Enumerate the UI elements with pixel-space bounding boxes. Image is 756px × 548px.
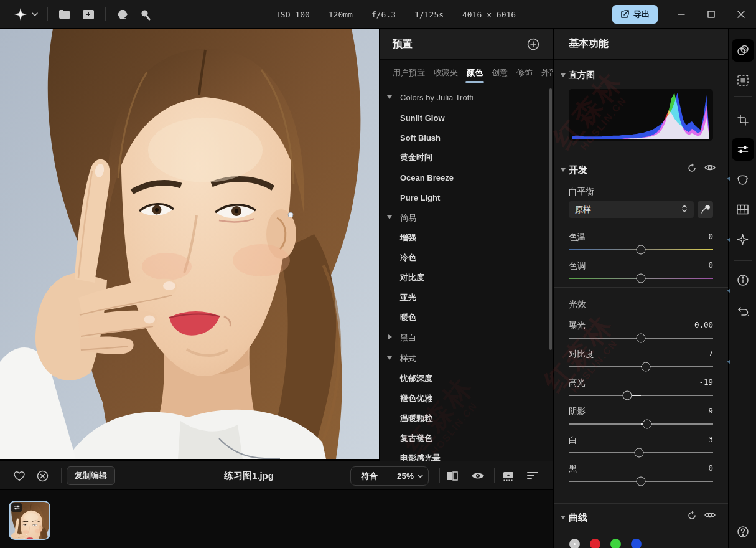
slider-handle[interactable] [637, 334, 646, 343]
curve-channel-luminance[interactable] [569, 539, 580, 548]
filmstrip-thumbnail-selected[interactable] [9, 501, 50, 540]
slider-track[interactable] [569, 362, 713, 372]
preset-item[interactable]: Soft Blush [380, 128, 553, 148]
preset-item[interactable]: 电影感光晕 [380, 448, 553, 461]
photo-editor-window: ISO 100120mmf/6.31/125s4016 x 6016 导出 [0, 0, 756, 548]
favorite-heart-button[interactable] [10, 466, 29, 485]
slider-track[interactable] [569, 448, 713, 458]
preset-item[interactable]: Pure Light [380, 187, 553, 207]
white-balance-eyedropper-button[interactable] [698, 201, 713, 218]
panel-collapse-arrow[interactable] [727, 289, 730, 293]
panel-collapse-arrow[interactable] [727, 238, 730, 242]
preset-group-header[interactable]: 简易 [380, 207, 553, 228]
preset-item[interactable]: 亚光 [380, 288, 553, 308]
preset-tab-1[interactable]: 用户预置 [393, 60, 425, 85]
curve-channel-green[interactable] [610, 539, 621, 548]
preset-item[interactable]: 复古褪色 [380, 428, 553, 448]
open-folder-button[interactable] [55, 5, 74, 24]
visibility-eye-icon[interactable] [704, 511, 716, 523]
chevron-down-icon [387, 95, 392, 99]
slider-track[interactable] [569, 476, 713, 486]
logo-chevron-down-icon[interactable] [30, 5, 40, 24]
filename-label: 练习图1.jpg [156, 470, 342, 482]
add-preset-button[interactable] [527, 38, 539, 53]
reset-icon[interactable] [687, 163, 697, 176]
preset-group-header[interactable]: 黑白 [380, 328, 553, 348]
app-logo-sparkle-icon[interactable] [11, 5, 30, 24]
reject-circle-x-button[interactable] [33, 466, 52, 485]
metadata-item: f/6.3 [371, 10, 396, 19]
curve-channel-blue[interactable] [631, 539, 642, 548]
slider-handle[interactable] [622, 391, 632, 400]
copy-edit-button[interactable]: 复制编辑 [67, 466, 115, 485]
panel-collapse-arrow[interactable] [727, 360, 730, 364]
info-button[interactable] [732, 269, 754, 291]
preset-tab-3[interactable]: 颜色 [467, 60, 483, 85]
histogram-chart[interactable] [569, 89, 713, 141]
help-button[interactable] [732, 521, 754, 543]
preset-group-header[interactable]: Colors by Julia Trotti [380, 87, 553, 108]
portrait-retouch-tool-button[interactable] [732, 168, 754, 191]
presets-scrollbar[interactable] [549, 88, 552, 350]
slider-track[interactable] [569, 419, 713, 429]
slider-handle[interactable] [637, 245, 646, 255]
looks-presets-tool-button[interactable] [732, 39, 754, 62]
preset-item[interactable]: 对比度 [380, 268, 553, 288]
panel-collapse-arrow[interactable] [727, 177, 730, 181]
geometry-grid-tool-button[interactable] [732, 198, 754, 220]
toolbar-divider [47, 7, 48, 21]
preset-item[interactable]: 温暖颗粒 [380, 409, 553, 428]
slider-handle[interactable] [637, 274, 646, 283]
curve-channel-red[interactable] [590, 539, 600, 548]
zoom-level-dropdown[interactable]: 25% [388, 471, 428, 481]
preset-item[interactable]: 褪色优雅 [380, 389, 553, 409]
preset-item[interactable]: 黄金时间 [380, 148, 553, 168]
eraser-tool-button[interactable] [113, 5, 132, 24]
visibility-eye-icon[interactable] [704, 163, 716, 176]
preset-tab-4[interactable]: 创意 [492, 60, 508, 85]
edit-adjustments-tool-button[interactable] [732, 138, 754, 161]
minimize-button[interactable] [666, 0, 696, 29]
sort-list-button[interactable] [523, 466, 542, 485]
white-balance-value: 原样 [575, 204, 591, 215]
add-image-button[interactable] [79, 5, 98, 24]
slider-track[interactable] [569, 273, 713, 283]
maximize-button[interactable] [696, 0, 726, 29]
slider-handle[interactable] [637, 477, 646, 486]
chevron-down-icon[interactable] [561, 516, 566, 519]
search-tool-button[interactable] [136, 5, 154, 24]
mask-selection-tool-button[interactable] [732, 69, 754, 92]
preset-tab-2[interactable]: 收藏夹 [434, 60, 458, 85]
preset-group-header[interactable]: 样式 [380, 348, 553, 369]
slider-track[interactable] [569, 245, 713, 255]
filmstrip-toggle-button[interactable] [499, 466, 518, 485]
magic-enhance-tool-button[interactable] [732, 228, 754, 250]
export-button[interactable]: 导出 [612, 5, 658, 24]
develop-label: 开发 [569, 164, 587, 176]
white-balance-select[interactable]: 原样 [569, 201, 694, 218]
photo-canvas[interactable] [0, 29, 379, 461]
slider-row: 高光-19 [554, 372, 728, 401]
preset-item[interactable]: Ocean Breeze [380, 168, 553, 187]
reset-icon[interactable] [687, 511, 697, 523]
zoom-fit-button[interactable]: 符合 [351, 471, 388, 482]
undo-button[interactable] [732, 300, 754, 323]
chevron-down-icon[interactable] [561, 73, 566, 77]
preset-item[interactable]: Sunlit Glow [380, 108, 553, 128]
slider-track[interactable] [569, 390, 713, 400]
preset-item[interactable]: 忧郁深度 [380, 369, 553, 389]
preset-tab-5[interactable]: 修饰 [516, 60, 533, 85]
slider-track[interactable] [569, 333, 713, 343]
chevron-down-icon[interactable] [561, 168, 566, 172]
preset-item[interactable]: 冷色 [380, 248, 553, 268]
slider-handle[interactable] [643, 420, 652, 429]
close-button[interactable] [726, 0, 756, 29]
slider-handle[interactable] [642, 362, 651, 372]
before-after-split-button[interactable] [443, 466, 462, 485]
preset-item[interactable]: 增强 [380, 228, 553, 248]
preset-tab-6[interactable]: 外部 [541, 60, 553, 85]
slider-handle[interactable] [634, 448, 643, 458]
preset-item[interactable]: 暖色 [380, 308, 553, 328]
preview-eye-button[interactable] [469, 466, 487, 485]
crop-tool-button[interactable] [732, 109, 754, 131]
